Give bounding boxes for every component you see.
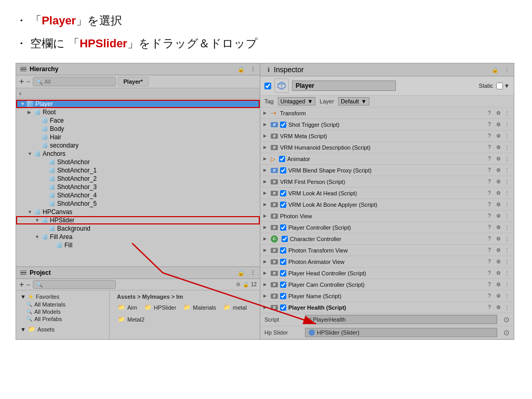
- inspector-options-icon[interactable]: ⋮: [504, 66, 510, 73]
- comp-player-cam[interactable]: ▶ # Player Cam Controller (Script) ? ⚙ ⋮: [260, 279, 514, 290]
- tree-item-anchors[interactable]: Anchors: [16, 150, 260, 158]
- comp-vrm-meta[interactable]: ▶ # VRM Meta (Script) ? ⚙ ⋮: [260, 130, 514, 142]
- comp-check-lab[interactable]: [280, 202, 286, 208]
- tree-item-secondary[interactable]: secondary: [16, 141, 260, 150]
- scene-tab[interactable]: Player*: [118, 77, 149, 86]
- tree-item-shotanchor3[interactable]: ShotAnchor_3: [16, 183, 260, 191]
- comp-menu-pav[interactable]: ⋮: [503, 259, 511, 264]
- comp-help-anim[interactable]: ?: [486, 156, 493, 162]
- comp-settings-blend[interactable]: ⚙: [495, 167, 502, 173]
- comp-menu-shot[interactable]: ⋮: [503, 122, 511, 127]
- tree-item-player[interactable]: Player: [16, 100, 260, 108]
- tree-item-face[interactable]: Face: [16, 116, 260, 125]
- comp-photon-animator[interactable]: ▶ # Photon Animator View ? ⚙ ⋮: [260, 256, 514, 268]
- comp-settings-pn[interactable]: ⚙: [495, 293, 502, 299]
- script-target-icon[interactable]: ⊙: [503, 315, 510, 324]
- project-options-icon[interactable]: ⋮: [250, 270, 256, 276]
- comp-help-pv[interactable]: ?: [486, 213, 493, 219]
- comp-vrm-humanoid[interactable]: ▶ # VRM Humanoid Description (Script) ? …: [260, 142, 514, 153]
- comp-animator[interactable]: ▶ ▷ Animator ? ⚙ ⋮: [260, 153, 514, 165]
- aim-folder[interactable]: 📁 Aim: [116, 303, 139, 312]
- comp-check-cc[interactable]: [282, 236, 288, 242]
- comp-menu-vrmhum[interactable]: ⋮: [503, 144, 511, 150]
- comp-menu-pn[interactable]: ⋮: [503, 293, 511, 299]
- comp-menu-transform[interactable]: ⋮: [503, 110, 511, 116]
- comp-help-blend[interactable]: ?: [486, 167, 493, 173]
- comp-settings-pv[interactable]: ⚙: [495, 213, 502, 219]
- comp-menu-lab[interactable]: ⋮: [503, 202, 511, 207]
- comp-shot-trigger[interactable]: ▶ # Shot Trigger (Script) ? ⚙ ⋮: [260, 119, 514, 130]
- comp-settings-transform[interactable]: ⚙: [495, 110, 502, 116]
- comp-menu-phc[interactable]: ⋮: [503, 270, 511, 276]
- comp-help-transform[interactable]: ?: [486, 110, 493, 116]
- comp-menu-pcc[interactable]: ⋮: [503, 282, 511, 287]
- comp-help-vrmmeta[interactable]: ?: [486, 133, 493, 139]
- comp-settings-ptv[interactable]: ⚙: [495, 247, 502, 253]
- comp-settings-vrmhum[interactable]: ⚙: [495, 144, 502, 150]
- comp-check-phc[interactable]: [280, 270, 286, 276]
- comp-menu-lah[interactable]: ⋮: [503, 190, 511, 196]
- comp-menu-blend[interactable]: ⋮: [503, 167, 511, 173]
- comp-player-name[interactable]: ▶ # Player Name (Script) ? ⚙ ⋮: [260, 290, 514, 302]
- tree-item-background[interactable]: Background: [16, 224, 260, 233]
- hpslider-folder[interactable]: 📁 HPSlider: [142, 303, 178, 312]
- comp-help-lah[interactable]: ?: [486, 190, 493, 196]
- assets-folder[interactable]: ▼ 📁 Assets: [18, 325, 107, 334]
- comp-help-ph[interactable]: ?: [486, 304, 493, 310]
- comp-settings-shot[interactable]: ⚙: [495, 122, 502, 127]
- comp-menu-pv[interactable]: ⋮: [503, 213, 511, 219]
- inspector-lock-icon[interactable]: 🔒: [491, 66, 499, 73]
- comp-menu-fp[interactable]: ⋮: [503, 179, 511, 184]
- comp-settings-pcc[interactable]: ⚙: [495, 282, 502, 287]
- comp-settings-ph[interactable]: ⚙: [495, 304, 502, 310]
- lock-view-icon[interactable]: 🔒: [243, 282, 249, 287]
- tree-item-shotanchor[interactable]: ShotAnchor: [16, 158, 260, 166]
- add-button[interactable]: +: [19, 77, 24, 86]
- comp-check-pcc[interactable]: [280, 282, 286, 288]
- comp-help-pcc[interactable]: ?: [486, 282, 493, 287]
- tree-item-shotanchor5[interactable]: ShotAnchor_5: [16, 200, 260, 208]
- comp-help-vrmhum[interactable]: ?: [486, 144, 493, 150]
- comp-help-pav[interactable]: ?: [486, 259, 493, 264]
- comp-settings-cc[interactable]: ⚙: [495, 236, 502, 242]
- tree-item-hair[interactable]: Hair: [16, 133, 260, 141]
- project-hamburger-icon[interactable]: [20, 271, 26, 275]
- all-prefabs-item[interactable]: 🔍 All Prefabs: [18, 315, 107, 323]
- materials-folder[interactable]: 📁 Materials: [181, 303, 218, 312]
- comp-menu-anim[interactable]: ⋮: [503, 156, 511, 162]
- comp-check-pn[interactable]: [280, 293, 286, 299]
- hp-slider-drop-target[interactable]: HPSlider (Slider): [305, 328, 497, 337]
- comp-menu-pc[interactable]: ⋮: [503, 224, 511, 230]
- comp-menu-cc[interactable]: ⋮: [503, 236, 511, 242]
- comp-check-anim[interactable]: [279, 156, 285, 162]
- comp-help-lab[interactable]: ?: [486, 202, 493, 207]
- comp-check-lah[interactable]: [280, 190, 286, 196]
- comp-check-ph[interactable]: [280, 304, 286, 311]
- comp-check-pc[interactable]: [280, 224, 286, 231]
- comp-help-pn[interactable]: ?: [486, 293, 493, 299]
- comp-help-phc[interactable]: ?: [486, 270, 493, 276]
- comp-help-ptv[interactable]: ?: [486, 247, 493, 253]
- comp-help-fp[interactable]: ?: [486, 179, 493, 184]
- comp-transform[interactable]: ▶ ⇢ Transform ? ⚙ ⋮: [260, 108, 514, 119]
- comp-vrm-firstperson[interactable]: ▶ # VRM First Person (Script) ? ⚙ ⋮: [260, 176, 514, 188]
- comp-photon-transform[interactable]: ▶ # Photon Transform View ? ⚙ ⋮: [260, 245, 514, 256]
- comp-player-health[interactable]: ▶ # Player Health (Script) ? ⚙ ⋮: [260, 302, 514, 313]
- comp-help-pc[interactable]: ?: [486, 224, 493, 230]
- tree-item-body[interactable]: Body: [16, 125, 260, 133]
- tree-item-fillarea[interactable]: Fill Area: [16, 233, 260, 241]
- project-add-btn[interactable]: +: [19, 281, 24, 289]
- object-name-input[interactable]: [292, 81, 396, 91]
- comp-check-blend[interactable]: [280, 167, 286, 174]
- options-icon[interactable]: ⋮: [250, 66, 256, 73]
- comp-settings-lab[interactable]: ⚙: [495, 202, 502, 207]
- comp-check-pav[interactable]: [280, 259, 286, 265]
- layer-dropdown[interactable]: Default ▼: [338, 97, 369, 105]
- back-arrow[interactable]: ‹: [19, 89, 21, 97]
- object-active-checkbox[interactable]: [264, 83, 271, 89]
- comp-settings-pc[interactable]: ⚙: [495, 224, 502, 230]
- comp-settings-pav[interactable]: ⚙: [495, 259, 502, 264]
- comp-menu-ptv[interactable]: ⋮: [503, 247, 511, 253]
- project-lock-icon[interactable]: 🔒: [237, 270, 245, 276]
- comp-settings-fp[interactable]: ⚙: [495, 179, 502, 184]
